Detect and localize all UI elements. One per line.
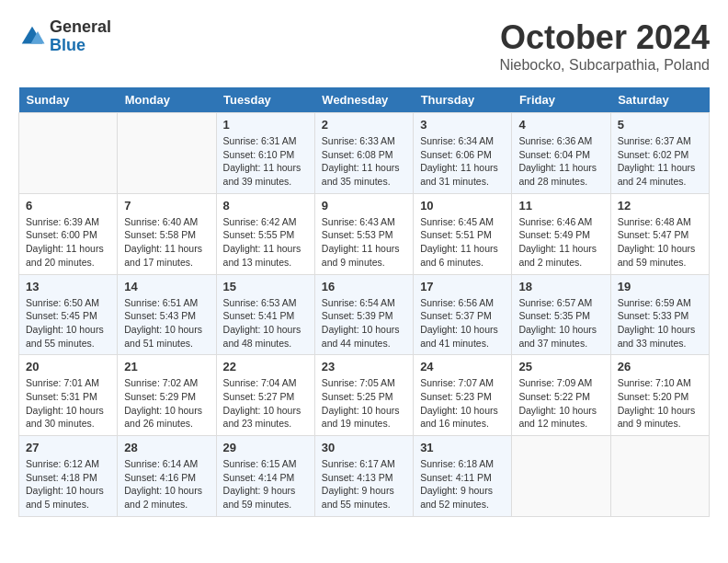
day-info: Sunrise: 6:54 AM Sunset: 5:39 PM Dayligh… [322,296,406,350]
day-info: Sunrise: 7:05 AM Sunset: 5:25 PM Dayligh… [322,376,406,431]
calendar-row: 27Sunrise: 6:12 AM Sunset: 4:18 PM Dayli… [19,436,710,517]
day-number: 3 [420,118,505,132]
day-info: Sunrise: 6:45 AM Sunset: 5:51 PM Dayligh… [420,215,505,270]
calendar-cell: 10Sunrise: 6:45 AM Sunset: 5:51 PM Dayli… [414,193,512,274]
calendar-cell: 11Sunrise: 6:46 AM Sunset: 5:49 PM Dayli… [512,193,610,274]
day-number: 22 [223,360,308,373]
col-wednesday: Wednesday [314,87,413,113]
month-title: October 2024 [499,18,710,57]
col-saturday: Saturday [610,87,709,113]
calendar-cell: 7Sunrise: 6:40 AM Sunset: 5:58 PM Daylig… [118,193,216,274]
day-info: Sunrise: 6:59 AM Sunset: 5:33 PM Dayligh… [618,296,702,350]
calendar-cell: 19Sunrise: 6:59 AM Sunset: 5:33 PM Dayli… [610,274,709,355]
day-info: Sunrise: 7:02 AM Sunset: 5:29 PM Dayligh… [124,376,209,431]
calendar-cell: 30Sunrise: 6:17 AM Sunset: 4:13 PM Dayli… [314,436,413,517]
calendar-cell: 17Sunrise: 6:56 AM Sunset: 5:37 PM Dayli… [414,274,512,355]
calendar-table: Sunday Monday Tuesday Wednesday Thursday… [18,87,710,517]
col-friday: Friday [512,87,610,113]
calendar-cell: 2Sunrise: 6:33 AM Sunset: 6:08 PM Daylig… [314,113,413,194]
calendar-cell: 3Sunrise: 6:34 AM Sunset: 6:06 PM Daylig… [414,113,512,194]
day-info: Sunrise: 6:48 AM Sunset: 5:47 PM Dayligh… [618,215,702,270]
title-section: October 2024 Niebocko, Subcarpathia, Pol… [499,18,710,74]
header: General Blue October 2024 Niebocko, Subc… [18,18,710,74]
day-number: 8 [223,199,308,213]
day-number: 14 [124,280,209,293]
logo-icon [18,23,46,51]
calendar-cell: 15Sunrise: 6:53 AM Sunset: 5:41 PM Dayli… [216,274,314,355]
day-info: Sunrise: 6:31 AM Sunset: 6:10 PM Dayligh… [223,134,308,189]
calendar-cell: 8Sunrise: 6:42 AM Sunset: 5:55 PM Daylig… [216,193,314,274]
calendar-cell: 20Sunrise: 7:01 AM Sunset: 5:31 PM Dayli… [19,355,118,436]
calendar-row: 20Sunrise: 7:01 AM Sunset: 5:31 PM Dayli… [19,355,710,436]
calendar-row: 13Sunrise: 6:50 AM Sunset: 5:45 PM Dayli… [19,274,710,355]
calendar-cell: 16Sunrise: 6:54 AM Sunset: 5:39 PM Dayli… [314,274,413,355]
day-number: 4 [518,118,603,132]
calendar-cell: 14Sunrise: 6:51 AM Sunset: 5:43 PM Dayli… [118,274,216,355]
calendar-cell: 26Sunrise: 7:10 AM Sunset: 5:20 PM Dayli… [610,355,709,436]
calendar-cell: 22Sunrise: 7:04 AM Sunset: 5:27 PM Dayli… [216,355,314,436]
day-info: Sunrise: 7:09 AM Sunset: 5:22 PM Dayligh… [518,376,603,431]
day-number: 29 [223,441,308,454]
calendar-cell [610,436,709,517]
day-number: 28 [124,441,209,454]
col-sunday: Sunday [19,87,118,113]
header-row: Sunday Monday Tuesday Wednesday Thursday… [19,87,710,113]
day-number: 1 [223,118,308,132]
day-info: Sunrise: 7:04 AM Sunset: 5:27 PM Dayligh… [223,376,308,431]
day-info: Sunrise: 6:37 AM Sunset: 6:02 PM Dayligh… [618,134,702,189]
day-info: Sunrise: 6:34 AM Sunset: 6:06 PM Dayligh… [420,134,505,189]
day-number: 12 [618,199,702,213]
day-info: Sunrise: 6:33 AM Sunset: 6:08 PM Dayligh… [322,134,406,189]
day-number: 21 [124,360,209,373]
day-info: Sunrise: 6:42 AM Sunset: 5:55 PM Dayligh… [223,215,308,270]
calendar-cell: 6Sunrise: 6:39 AM Sunset: 6:00 PM Daylig… [19,193,118,274]
calendar-cell [19,113,118,194]
day-info: Sunrise: 6:43 AM Sunset: 5:53 PM Dayligh… [322,215,406,270]
day-number: 5 [618,118,702,132]
day-info: Sunrise: 6:15 AM Sunset: 4:14 PM Dayligh… [223,457,308,511]
calendar-cell: 12Sunrise: 6:48 AM Sunset: 5:47 PM Dayli… [610,193,709,274]
calendar-cell: 29Sunrise: 6:15 AM Sunset: 4:14 PM Dayli… [216,436,314,517]
day-number: 7 [124,199,209,213]
day-number: 18 [518,280,603,293]
day-number: 23 [322,360,406,373]
day-info: Sunrise: 6:46 AM Sunset: 5:49 PM Dayligh… [518,215,603,270]
calendar-row: 1Sunrise: 6:31 AM Sunset: 6:10 PM Daylig… [19,113,710,194]
calendar-cell: 4Sunrise: 6:36 AM Sunset: 6:04 PM Daylig… [512,113,610,194]
page: General Blue October 2024 Niebocko, Subc… [0,0,728,535]
calendar-cell: 13Sunrise: 6:50 AM Sunset: 5:45 PM Dayli… [19,274,118,355]
calendar-cell: 1Sunrise: 6:31 AM Sunset: 6:10 PM Daylig… [216,113,314,194]
day-info: Sunrise: 6:50 AM Sunset: 5:45 PM Dayligh… [26,296,110,350]
day-number: 2 [322,118,406,132]
day-number: 20 [26,360,110,373]
col-thursday: Thursday [414,87,512,113]
day-info: Sunrise: 7:07 AM Sunset: 5:23 PM Dayligh… [420,376,505,431]
day-number: 15 [223,280,308,293]
calendar-cell: 25Sunrise: 7:09 AM Sunset: 5:22 PM Dayli… [512,355,610,436]
logo: General Blue [18,18,111,55]
location-title: Niebocko, Subcarpathia, Poland [499,57,710,74]
day-number: 30 [322,441,406,454]
logo-blue: Blue [50,37,111,55]
day-number: 19 [618,280,702,293]
col-tuesday: Tuesday [216,87,314,113]
calendar-cell [512,436,610,517]
calendar-cell: 9Sunrise: 6:43 AM Sunset: 5:53 PM Daylig… [314,193,413,274]
day-number: 10 [420,199,505,213]
day-info: Sunrise: 6:18 AM Sunset: 4:11 PM Dayligh… [420,457,505,511]
calendar-cell: 31Sunrise: 6:18 AM Sunset: 4:11 PM Dayli… [414,436,512,517]
day-number: 17 [420,280,505,293]
day-info: Sunrise: 6:39 AM Sunset: 6:00 PM Dayligh… [26,215,110,270]
calendar-cell: 28Sunrise: 6:14 AM Sunset: 4:16 PM Dayli… [118,436,216,517]
day-info: Sunrise: 7:01 AM Sunset: 5:31 PM Dayligh… [26,376,110,431]
day-number: 26 [618,360,702,373]
calendar-cell: 18Sunrise: 6:57 AM Sunset: 5:35 PM Dayli… [512,274,610,355]
calendar-cell: 27Sunrise: 6:12 AM Sunset: 4:18 PM Dayli… [19,436,118,517]
day-number: 31 [420,441,505,454]
calendar-cell: 21Sunrise: 7:02 AM Sunset: 5:29 PM Dayli… [118,355,216,436]
day-number: 11 [518,199,603,213]
day-number: 25 [518,360,603,373]
day-info: Sunrise: 6:40 AM Sunset: 5:58 PM Dayligh… [124,215,209,270]
calendar-cell [118,113,216,194]
calendar-cell: 23Sunrise: 7:05 AM Sunset: 5:25 PM Dayli… [314,355,413,436]
